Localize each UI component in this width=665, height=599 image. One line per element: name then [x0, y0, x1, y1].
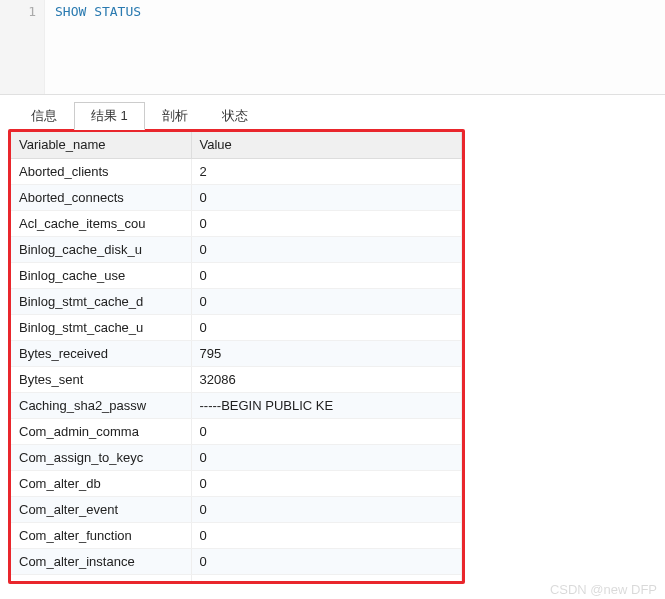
- header-value[interactable]: Value: [191, 132, 462, 158]
- cell-value[interactable]: 0: [191, 184, 462, 210]
- cell-variable[interactable]: Com_alter_db: [11, 470, 191, 496]
- table-row[interactable]: Bytes_received795: [11, 340, 462, 366]
- line-gutter: 1: [0, 0, 45, 94]
- cell-variable[interactable]: Aborted_clients: [11, 158, 191, 184]
- table-row[interactable]: Bytes_sent32086: [11, 366, 462, 392]
- sql-editor[interactable]: 1 SHOW STATUS: [0, 0, 665, 95]
- table-row[interactable]: Binlog_cache_disk_u0: [11, 236, 462, 262]
- cell-value[interactable]: 0: [191, 262, 462, 288]
- cell-variable[interactable]: Com_alter_function: [11, 522, 191, 548]
- table-row[interactable]: Binlog_stmt_cache_u0: [11, 314, 462, 340]
- tab-status[interactable]: 状态: [205, 102, 265, 130]
- table-row[interactable]: Caching_sha2_passw-----BEGIN PUBLIC KE: [11, 392, 462, 418]
- table-row[interactable]: Com_assign_to_keyc0: [11, 444, 462, 470]
- table-row[interactable]: Com_alter_db0: [11, 470, 462, 496]
- table-row[interactable]: Com_alter_instance0: [11, 548, 462, 574]
- cell-value[interactable]: 0: [191, 496, 462, 522]
- results-panel: Variable_name Value Aborted_clients2Abor…: [8, 129, 465, 584]
- line-number: 1: [28, 4, 36, 19]
- cell-value[interactable]: 0: [191, 522, 462, 548]
- cell-variable[interactable]: Com_alter_instance: [11, 548, 191, 574]
- cell-value[interactable]: 0: [191, 444, 462, 470]
- cell-value[interactable]: 32086: [191, 366, 462, 392]
- cell-value[interactable]: 0: [191, 210, 462, 236]
- cell-variable[interactable]: Bytes_received: [11, 340, 191, 366]
- sql-code[interactable]: SHOW STATUS: [45, 0, 151, 94]
- table-header-row: Variable_name Value: [11, 132, 462, 158]
- cell-variable[interactable]: Caching_sha2_passw: [11, 392, 191, 418]
- cell-variable[interactable]: Acl_cache_items_cou: [11, 210, 191, 236]
- header-variable[interactable]: Variable_name: [11, 132, 191, 158]
- cell-variable[interactable]: Binlog_cache_use: [11, 262, 191, 288]
- results-table[interactable]: Variable_name Value Aborted_clients2Abor…: [11, 132, 462, 584]
- cell-value[interactable]: 0: [191, 418, 462, 444]
- result-tabs: 信息 结果 1 剖析 状态: [0, 101, 665, 129]
- cell-value[interactable]: -----BEGIN PUBLIC KE: [191, 392, 462, 418]
- table-row[interactable]: Com_admin_comma0: [11, 418, 462, 444]
- table-row[interactable]: Aborted_connects0: [11, 184, 462, 210]
- cell-value[interactable]: 0: [191, 314, 462, 340]
- watermark: CSDN @new DFP: [550, 582, 657, 597]
- cell-value[interactable]: 795: [191, 340, 462, 366]
- cell-value[interactable]: 0: [191, 470, 462, 496]
- table-row[interactable]: Aborted_clients2: [11, 158, 462, 184]
- cell-value[interactable]: 2: [191, 158, 462, 184]
- cell-variable[interactable]: Binlog_cache_disk_u: [11, 236, 191, 262]
- cell-value[interactable]: 0: [191, 548, 462, 574]
- table-row[interactable]: Acl_cache_items_cou0: [11, 210, 462, 236]
- cell-value[interactable]: 0: [191, 574, 462, 584]
- table-row[interactable]: Com_alter_event0: [11, 496, 462, 522]
- cell-variable[interactable]: Com_assign_to_keyc: [11, 444, 191, 470]
- cell-value[interactable]: 0: [191, 236, 462, 262]
- table-row[interactable]: Com_alter_function0: [11, 522, 462, 548]
- table-row[interactable]: Binlog_stmt_cache_d0: [11, 288, 462, 314]
- table-row[interactable]: Com_alter_procedur0: [11, 574, 462, 584]
- table-row[interactable]: Binlog_cache_use0: [11, 262, 462, 288]
- cell-variable[interactable]: Aborted_connects: [11, 184, 191, 210]
- tab-profile[interactable]: 剖析: [145, 102, 205, 130]
- cell-variable[interactable]: Binlog_stmt_cache_d: [11, 288, 191, 314]
- cell-variable[interactable]: Com_admin_comma: [11, 418, 191, 444]
- tab-result[interactable]: 结果 1: [74, 102, 145, 130]
- cell-variable[interactable]: Bytes_sent: [11, 366, 191, 392]
- tab-info[interactable]: 信息: [14, 102, 74, 130]
- cell-variable[interactable]: Com_alter_procedur: [11, 574, 191, 584]
- cell-variable[interactable]: Binlog_stmt_cache_u: [11, 314, 191, 340]
- cell-value[interactable]: 0: [191, 288, 462, 314]
- cell-variable[interactable]: Com_alter_event: [11, 496, 191, 522]
